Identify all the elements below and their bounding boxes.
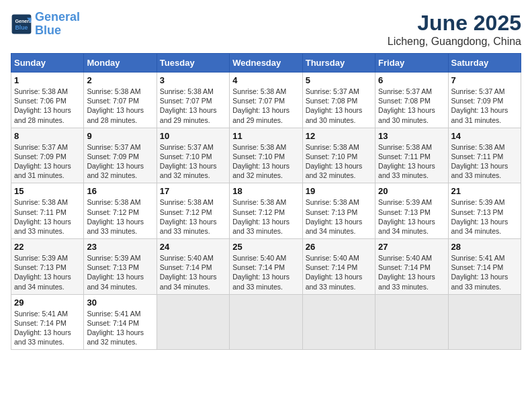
calendar-cell: 19 Sunrise: 5:38 AMSunset: 7:13 PMDaylig… [302,183,375,239]
day-number: 25 [232,242,299,252]
day-number: 8 [14,131,81,141]
header: General Blue GeneralBlue June 2025 Liche… [11,11,521,48]
day-number: 24 [160,242,226,252]
day-info: Sunrise: 5:38 AMSunset: 7:10 PMDaylight:… [232,143,290,180]
day-info: Sunrise: 5:38 AMSunset: 7:12 PMDaylight:… [87,198,144,235]
calendar-cell: 13 Sunrise: 5:38 AMSunset: 7:11 PMDaylig… [375,128,448,183]
day-info: Sunrise: 5:37 AMSunset: 7:09 PMDaylight:… [451,87,508,124]
calendar-cell: 23 Sunrise: 5:39 AMSunset: 7:13 PMDaylig… [84,239,157,295]
day-number: 3 [160,75,226,85]
day-info: Sunrise: 5:40 AMSunset: 7:14 PMDaylight:… [378,254,435,291]
calendar-cell: 12 Sunrise: 5:38 AMSunset: 7:10 PMDaylig… [302,128,375,183]
calendar-cell: 6 Sunrise: 5:37 AMSunset: 7:08 PMDayligh… [375,73,448,128]
day-info: Sunrise: 5:39 AMSunset: 7:13 PMDaylight:… [378,198,435,235]
day-number: 14 [451,131,518,141]
day-number: 5 [306,75,372,85]
calendar-cell [448,294,521,350]
calendar-cell: 30 Sunrise: 5:41 AMSunset: 7:14 PMDaylig… [84,294,157,350]
day-number: 29 [14,298,81,308]
day-info: Sunrise: 5:41 AMSunset: 7:14 PMDaylight:… [87,310,144,347]
day-info: Sunrise: 5:38 AMSunset: 7:11 PMDaylight:… [451,143,508,180]
day-number: 1 [14,75,81,85]
header-sunday: Sunday [11,54,84,73]
weekday-header-row: Sunday Monday Tuesday Wednesday Thursday… [11,54,521,73]
calendar-cell [375,294,448,350]
day-number: 16 [87,186,153,196]
svg-text:Blue: Blue [15,24,28,31]
day-number: 28 [451,242,518,252]
calendar-table: Sunday Monday Tuesday Wednesday Thursday… [11,53,521,350]
calendar-cell: 27 Sunrise: 5:40 AMSunset: 7:14 PMDaylig… [375,239,448,295]
day-info: Sunrise: 5:38 AMSunset: 7:10 PMDaylight:… [306,143,363,180]
day-number: 17 [160,186,226,196]
day-info: Sunrise: 5:37 AMSunset: 7:08 PMDaylight:… [378,87,435,124]
day-number: 22 [14,242,81,252]
calendar-week-row: 29 Sunrise: 5:41 AMSunset: 7:14 PMDaylig… [11,294,521,350]
logo-icon: General Blue [11,13,32,35]
day-info: Sunrise: 5:38 AMSunset: 7:07 PMDaylight:… [87,87,144,124]
day-info: Sunrise: 5:39 AMSunset: 7:13 PMDaylight:… [14,254,71,291]
calendar-cell: 21 Sunrise: 5:39 AMSunset: 7:13 PMDaylig… [448,183,521,239]
day-info: Sunrise: 5:41 AMSunset: 7:14 PMDaylight:… [14,310,71,347]
calendar-cell: 28 Sunrise: 5:41 AMSunset: 7:14 PMDaylig… [448,239,521,295]
day-number: 30 [87,298,153,308]
day-number: 9 [87,131,153,141]
title-area: June 2025 Licheng, Guangdong, China [388,11,521,48]
calendar-cell [302,294,375,350]
day-number: 19 [306,186,372,196]
day-number: 4 [232,75,299,85]
day-info: Sunrise: 5:38 AMSunset: 7:07 PMDaylight:… [232,87,290,124]
calendar-cell: 4 Sunrise: 5:38 AMSunset: 7:07 PMDayligh… [230,73,302,128]
calendar-cell: 5 Sunrise: 5:37 AMSunset: 7:08 PMDayligh… [302,73,375,128]
day-info: Sunrise: 5:39 AMSunset: 7:13 PMDaylight:… [87,254,144,291]
calendar-cell: 9 Sunrise: 5:37 AMSunset: 7:09 PMDayligh… [84,128,157,183]
calendar-cell [157,294,229,350]
day-info: Sunrise: 5:38 AMSunset: 7:07 PMDaylight:… [160,87,217,124]
calendar-week-row: 8 Sunrise: 5:37 AMSunset: 7:09 PMDayligh… [11,128,521,183]
calendar-cell: 16 Sunrise: 5:38 AMSunset: 7:12 PMDaylig… [84,183,157,239]
logo: General Blue GeneralBlue [11,11,80,38]
day-number: 13 [378,131,445,141]
header-tuesday: Tuesday [157,54,229,73]
calendar-week-row: 1 Sunrise: 5:38 AMSunset: 7:06 PMDayligh… [11,73,521,128]
calendar-week-row: 15 Sunrise: 5:38 AMSunset: 7:11 PMDaylig… [11,183,521,239]
day-number: 10 [160,131,226,141]
calendar-cell: 26 Sunrise: 5:40 AMSunset: 7:14 PMDaylig… [302,239,375,295]
header-wednesday: Wednesday [230,54,302,73]
day-info: Sunrise: 5:39 AMSunset: 7:13 PMDaylight:… [451,198,508,235]
header-friday: Friday [375,54,448,73]
day-info: Sunrise: 5:41 AMSunset: 7:14 PMDaylight:… [451,254,508,291]
calendar-cell: 22 Sunrise: 5:39 AMSunset: 7:13 PMDaylig… [11,239,84,295]
calendar-cell: 10 Sunrise: 5:37 AMSunset: 7:10 PMDaylig… [157,128,229,183]
calendar-cell [230,294,302,350]
header-thursday: Thursday [302,54,375,73]
header-saturday: Saturday [448,54,521,73]
calendar-cell: 25 Sunrise: 5:40 AMSunset: 7:14 PMDaylig… [230,239,302,295]
day-number: 20 [378,186,445,196]
day-info: Sunrise: 5:38 AMSunset: 7:11 PMDaylight:… [378,143,435,180]
calendar-cell: 14 Sunrise: 5:38 AMSunset: 7:11 PMDaylig… [448,128,521,183]
day-info: Sunrise: 5:40 AMSunset: 7:14 PMDaylight:… [306,254,363,291]
day-info: Sunrise: 5:38 AMSunset: 7:12 PMDaylight:… [232,198,290,235]
day-info: Sunrise: 5:37 AMSunset: 7:09 PMDaylight:… [87,143,144,180]
day-info: Sunrise: 5:37 AMSunset: 7:09 PMDaylight:… [14,143,71,180]
header-monday: Monday [84,54,157,73]
day-info: Sunrise: 5:38 AMSunset: 7:13 PMDaylight:… [306,198,363,235]
day-info: Sunrise: 5:37 AMSunset: 7:08 PMDaylight:… [306,87,363,124]
day-number: 26 [306,242,372,252]
day-number: 23 [87,242,153,252]
calendar-cell: 7 Sunrise: 5:37 AMSunset: 7:09 PMDayligh… [448,73,521,128]
calendar-cell: 11 Sunrise: 5:38 AMSunset: 7:10 PMDaylig… [230,128,302,183]
day-info: Sunrise: 5:38 AMSunset: 7:12 PMDaylight:… [160,198,217,235]
day-number: 2 [87,75,153,85]
day-number: 7 [451,75,518,85]
calendar-title: June 2025 [388,11,521,36]
calendar-cell: 29 Sunrise: 5:41 AMSunset: 7:14 PMDaylig… [11,294,84,350]
day-number: 12 [306,131,372,141]
calendar-cell: 17 Sunrise: 5:38 AMSunset: 7:12 PMDaylig… [157,183,229,239]
calendar-cell: 2 Sunrise: 5:38 AMSunset: 7:07 PMDayligh… [84,73,157,128]
calendar-cell: 1 Sunrise: 5:38 AMSunset: 7:06 PMDayligh… [11,73,84,128]
calendar-cell: 3 Sunrise: 5:38 AMSunset: 7:07 PMDayligh… [157,73,229,128]
day-info: Sunrise: 5:38 AMSunset: 7:06 PMDaylight:… [14,87,71,124]
day-number: 15 [14,186,81,196]
